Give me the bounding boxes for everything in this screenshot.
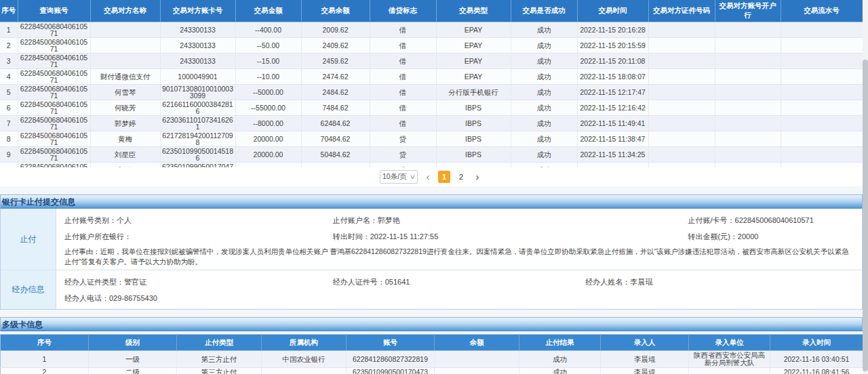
prev-page-button[interactable]: ‹ bbox=[422, 171, 433, 182]
table-cell: 成功 bbox=[511, 100, 577, 116]
table-cell: 6228450068040610571 bbox=[18, 54, 90, 69]
account-name-field: 止付账户名：郭梦艳 bbox=[333, 215, 688, 226]
table-cell: 陕西省西安市公安局高新分局刑警大队 bbox=[689, 351, 770, 368]
table-cell: 7 bbox=[0, 116, 18, 131]
table-cell: 2022-11-15 20:11:08 bbox=[577, 54, 648, 69]
table-row: 66228450068040610571何晓芳62166116000038428… bbox=[0, 100, 863, 116]
table-cell: 借 bbox=[370, 85, 436, 100]
table-cell bbox=[648, 116, 715, 131]
multi-card-panel-title: 多级卡信息 bbox=[0, 317, 863, 331]
table-cell: --5000.00 bbox=[235, 85, 301, 100]
table-cell: 成功 bbox=[511, 69, 577, 85]
table-cell: IBPS bbox=[436, 116, 511, 131]
page-size-select[interactable]: 10条/页 ∨ bbox=[380, 170, 418, 184]
table-cell: 62484.62 bbox=[301, 116, 370, 131]
table-cell bbox=[715, 131, 781, 147]
operator-cert-type-field: 经办人证件类型：警官证 bbox=[64, 277, 333, 287]
table-cell: 20000.00 bbox=[235, 131, 301, 147]
table-cell: 6228450068040610571 bbox=[18, 22, 90, 38]
table-cell: --8000.00 bbox=[235, 116, 301, 131]
table-cell: 2022-11-16 03:40:51 bbox=[770, 351, 863, 368]
table-cell bbox=[262, 368, 347, 374]
table-cell: EPAY bbox=[436, 22, 511, 38]
table-cell: 5 bbox=[0, 85, 18, 100]
table-cell bbox=[648, 69, 715, 85]
table-cell: 借 bbox=[370, 100, 436, 116]
table-cell: 成功 bbox=[511, 85, 577, 100]
table-cell: 何雪琴 bbox=[90, 85, 160, 100]
table-cell bbox=[781, 22, 863, 38]
table-cell: 一级 bbox=[89, 351, 177, 368]
table-cell: EPAY bbox=[436, 38, 511, 54]
table-cell: 成功 bbox=[511, 38, 577, 54]
table-cell: 243300133 bbox=[160, 22, 235, 38]
column-header: 止付结果 bbox=[519, 335, 601, 351]
jingban-block-label: 经办信息 bbox=[1, 270, 56, 309]
vertical-scrollbar-thumb[interactable] bbox=[863, 60, 868, 371]
page-number-button[interactable]: 1 bbox=[438, 171, 450, 183]
table-cell: 1 bbox=[1, 351, 89, 368]
page-size-label: 10条/页 bbox=[382, 172, 407, 182]
table-cell bbox=[90, 38, 160, 54]
table-cell: EPAY bbox=[436, 54, 511, 69]
table-cell: 成功 bbox=[511, 131, 577, 147]
table-cell: --400.00 bbox=[235, 22, 301, 38]
table-cell bbox=[781, 100, 863, 116]
table-cell bbox=[781, 85, 863, 100]
table-cell bbox=[781, 69, 863, 85]
table-cell: 6235010990500170473 bbox=[347, 368, 435, 374]
table-cell: --55000.00 bbox=[235, 100, 301, 116]
table-cell bbox=[648, 85, 715, 100]
column-header: 交易对方账号开户行 bbox=[715, 0, 781, 22]
table-cell bbox=[781, 131, 863, 147]
column-header: 账号 bbox=[347, 335, 435, 351]
table-cell: 2022-11-15 12:16:42 bbox=[577, 100, 648, 116]
table-cell: 贷 bbox=[370, 147, 436, 163]
table-cell: 2022-11-15 11:49:41 bbox=[577, 116, 648, 131]
page: 序号查询账号交易对方名称交易对方账卡号交易金额交易余额借贷标志交易类型交易是否成… bbox=[0, 0, 868, 374]
page-number-list: 12 bbox=[438, 171, 467, 183]
table-cell: 2 bbox=[0, 38, 18, 54]
table-cell: 50484.62 bbox=[301, 147, 370, 163]
table-cell: 黄梅 bbox=[90, 131, 160, 147]
table-cell: 9010713080100100033099 bbox=[160, 85, 235, 100]
column-header: 交易是否成功 bbox=[511, 0, 577, 22]
account-category-field: 止付账号类别：个人 bbox=[64, 215, 333, 226]
page-number-button[interactable]: 2 bbox=[455, 171, 467, 183]
table-cell: 成功 bbox=[519, 368, 601, 374]
chevron-down-icon: ∨ bbox=[410, 173, 416, 180]
table-cell: 2022-11-15 18:08:07 bbox=[577, 69, 648, 85]
table-cell: 2022-11-15 11:34:25 bbox=[577, 147, 648, 163]
column-header: 交易时间 bbox=[577, 0, 648, 22]
table-cell: 6235010990500145186 bbox=[160, 147, 235, 163]
account-bank-field: 止付账户所在银行： bbox=[64, 232, 333, 242]
column-header: 录入单位 bbox=[689, 335, 770, 351]
column-header: 交易类型 bbox=[436, 0, 511, 22]
table-cell: 243300133 bbox=[160, 38, 235, 54]
table-cell: 中国农业银行 bbox=[262, 351, 347, 368]
table-cell bbox=[715, 147, 781, 163]
table-cell: 借 bbox=[370, 54, 436, 69]
column-header: 录入人 bbox=[601, 335, 689, 351]
table-cell: 2022-11-15 12:17:47 bbox=[577, 85, 648, 100]
next-page-button[interactable]: › bbox=[472, 171, 483, 182]
table-cell bbox=[781, 116, 863, 131]
column-header: 余额 bbox=[435, 335, 519, 351]
table-row: 16228450068040610571243300133--400.00200… bbox=[0, 22, 863, 38]
table-cell bbox=[715, 85, 781, 100]
table-cell bbox=[648, 38, 715, 54]
table-row: 86228450068040610571黄梅621728194200112709… bbox=[0, 131, 863, 147]
table-cell: 6228450068040610571 bbox=[18, 131, 90, 147]
multi-card-panel: 多级卡信息 序号级别止付类型所属机构账号余额止付结果录入人录入单位录入时间1一级… bbox=[0, 317, 863, 374]
table-cell bbox=[435, 368, 519, 374]
table-cell: 4 bbox=[0, 69, 18, 85]
table-cell: EPAY bbox=[436, 69, 511, 85]
table-cell: 刘星臣 bbox=[90, 147, 160, 163]
column-header: 止付类型 bbox=[177, 335, 262, 351]
table-row: 36228450068040610571243300133--15.002459… bbox=[0, 54, 863, 69]
card-number-field: 止付账/卡号：6228450068040610571 bbox=[688, 215, 854, 226]
table-cell: 贷 bbox=[370, 131, 436, 147]
column-header: 借贷标志 bbox=[370, 0, 436, 22]
vertical-scrollbar-track[interactable] bbox=[863, 0, 868, 374]
column-header: 交易流水号 bbox=[781, 0, 863, 22]
